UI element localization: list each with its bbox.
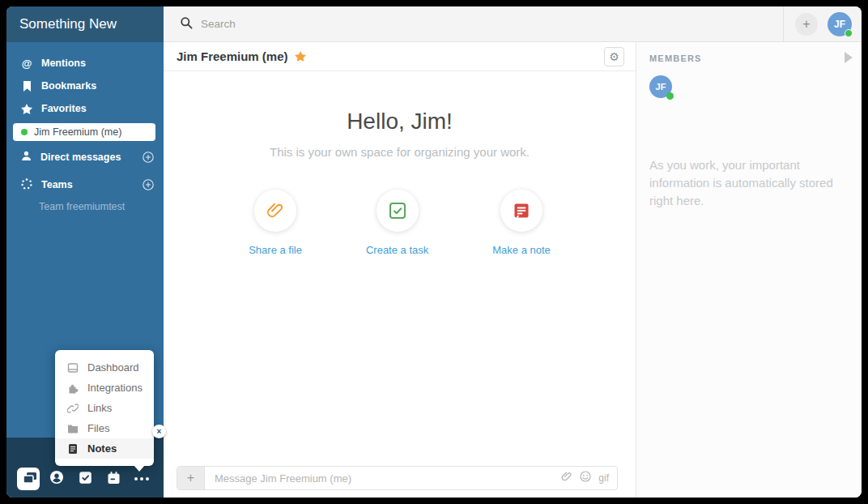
welcome-area: Hello, Jim! This is your own space for o… (164, 71, 636, 466)
contacts-icon (49, 469, 65, 489)
message-input[interactable] (205, 472, 561, 485)
paperclip-icon (254, 190, 296, 232)
sidebar-item-bookmarks[interactable]: Bookmarks (6, 75, 164, 97)
welcome-title: Hello, Jim! (164, 109, 636, 135)
attach-file-icon[interactable] (561, 471, 572, 485)
collapse-panel-arrow-icon[interactable] (844, 52, 853, 66)
gif-button[interactable]: gif (598, 472, 609, 484)
files-icon (67, 424, 79, 434)
composer-box[interactable]: + gif (177, 466, 618, 490)
gear-icon: ⚙ (609, 50, 619, 63)
note-icon (500, 190, 542, 232)
user-avatar[interactable]: JF (828, 12, 852, 36)
sidebar-item-team-freemiumtest[interactable]: Team freemiumtest (6, 196, 164, 217)
dock-chats-button[interactable] (17, 468, 40, 490)
presence-dot-icon (845, 29, 853, 37)
content-column: + JF Jim Freemium (me) ⚙ (164, 6, 862, 498)
menu-item-files[interactable]: Files (55, 418, 154, 438)
search-input[interactable] (201, 18, 525, 30)
plus-circle-icon[interactable] (142, 179, 154, 191)
member-avatar[interactable]: JF (649, 75, 672, 98)
sidebar-group-teams[interactable]: Teams (6, 173, 164, 196)
plus-circle-icon[interactable] (142, 152, 154, 164)
person-icon (21, 151, 32, 164)
calendar-icon (106, 470, 121, 489)
bookmark-icon (21, 81, 32, 92)
menu-item-notes[interactable]: Notes (55, 438, 154, 459)
favorite-star-icon[interactable] (295, 51, 306, 62)
dock-calendar-button[interactable] (102, 468, 125, 490)
sidebar-item-mentions[interactable]: @ Mentions (6, 52, 164, 75)
dock-todos-button[interactable] (74, 468, 96, 490)
create-task-action[interactable]: Create a task (366, 190, 428, 256)
notes-icon (67, 443, 79, 455)
menu-item-integrations[interactable]: Integrations (55, 378, 154, 398)
team-icon (21, 178, 32, 192)
members-panel-title: MEMBERS (649, 53, 849, 63)
conversation-title: Jim Freemium (me) (177, 49, 288, 63)
todos-icon (78, 470, 93, 489)
members-panel: MEMBERS JF As you work, your important i… (636, 42, 862, 498)
make-note-action[interactable]: Make a note (492, 190, 551, 256)
share-file-action[interactable]: Share a file (249, 190, 302, 256)
popup-caret (134, 465, 145, 472)
sidebar-item-self-conversation[interactable]: Jim Freemium (me) (13, 123, 155, 141)
new-item-button[interactable]: + (795, 13, 818, 36)
presence-dot-icon (21, 129, 28, 135)
star-icon (21, 104, 32, 114)
presence-dot-icon (666, 92, 674, 100)
members-info-text: As you work, your important information … (649, 156, 837, 209)
collapse-sidebar-button[interactable]: × (152, 425, 166, 438)
quick-actions: Share a file Create a task (164, 190, 636, 256)
menu-item-dashboard[interactable]: Dashboard (55, 357, 154, 378)
composer-add-button[interactable]: + (177, 467, 205, 489)
menu-item-links[interactable]: Links (55, 398, 154, 418)
task-check-icon (377, 190, 419, 232)
sidebar-item-favorites[interactable]: Favorites (6, 97, 164, 120)
sidebar-nav: @ Mentions Bookmarks Favorites Jim Freem… (6, 42, 164, 217)
conversation-panel: Jim Freemium (me) ⚙ Hello, Jim! This is … (164, 42, 636, 498)
plus-icon: + (187, 471, 194, 485)
links-icon (67, 403, 79, 414)
message-composer: + gif (164, 466, 636, 498)
topbar-divider (783, 6, 784, 42)
plus-icon: + (802, 17, 810, 32)
dock-contacts-button[interactable] (45, 468, 68, 490)
search-icon (180, 16, 193, 32)
welcome-subtitle: This is your own space for organizing yo… (164, 145, 636, 159)
search-bar[interactable] (180, 16, 783, 32)
conversation-header: Jim Freemium (me) ⚙ (164, 42, 636, 71)
emoji-icon[interactable] (580, 471, 591, 485)
dashboard-icon (67, 362, 79, 374)
app-window: Something New @ Mentions Bookmarks Favor… (6, 6, 862, 498)
chats-icon (20, 469, 37, 489)
apps-popup-menu: Dashboard Integrations Links Files (55, 350, 154, 466)
workspace-switcher[interactable]: Something New (6, 6, 164, 42)
integrations-icon (67, 382, 79, 394)
body-row: Jim Freemium (me) ⚙ Hello, Jim! This is … (164, 42, 862, 498)
at-icon: @ (21, 58, 32, 70)
conversation-settings-button[interactable]: ⚙ (604, 47, 624, 66)
workspace-title: Something New (19, 16, 117, 32)
sidebar-group-direct-messages[interactable]: Direct messages (6, 146, 164, 169)
composer-actions: gif (561, 471, 609, 485)
sidebar: Something New @ Mentions Bookmarks Favor… (6, 6, 164, 498)
topbar: + JF (164, 6, 862, 42)
